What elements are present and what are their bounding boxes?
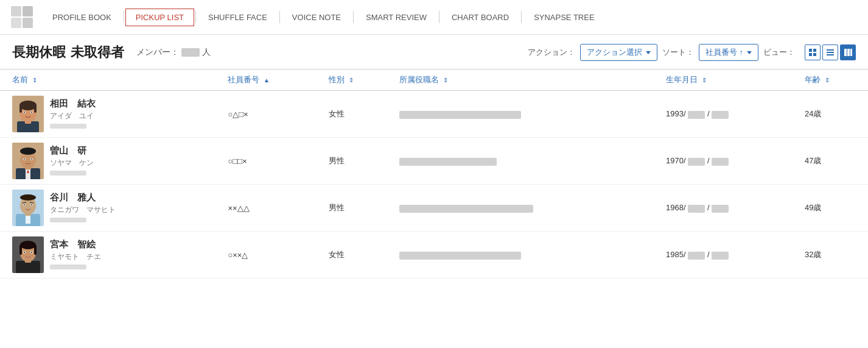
svg-point-18 [19,101,37,110]
person-cell-0: 相田 結衣 アイダ ユイ [12,96,213,132]
cell-empid-2: ××△△ [220,185,321,232]
position-blur-0 [399,111,521,119]
birthdate-day-blur-3 [712,252,729,260]
avatar-0 [12,96,44,132]
nav-item-shuffle-face[interactable]: SHUFFLE FACE [197,8,278,27]
nav-item-voice-note[interactable]: VOICE NOTE [281,8,352,27]
view-label: ビュー： [763,47,795,58]
avatar-1 [12,143,44,179]
person-name-jp-1: 曽山 研 [50,145,94,157]
svg-rect-10 [827,54,834,55]
table-header-row: 名前 ⇕ 社員番号 ▲ 性別 ⇕ 所属役職名 ⇕ 生年月日 ⇕ 年齢 ⇕ [0,69,868,91]
svg-rect-54 [34,245,37,255]
col-age[interactable]: 年齢 ⇕ [797,69,868,91]
position-blur-2 [399,205,533,213]
view-detail-icon[interactable] [840,44,856,60]
col-position[interactable]: 所属役職名 ⇕ [392,69,659,91]
svg-point-34 [24,158,25,160]
birthdate-month-blur-2 [688,205,705,213]
page-header: 長期休暇 未取得者 メンバー： 人 アクション： アクション選択 ソート： 社員… [0,35,868,66]
view-group: ビュー： [763,44,856,60]
avatar-2 [12,190,44,226]
nav-sep-1 [124,11,124,23]
member-label: メンバー： 人 [136,47,211,58]
svg-rect-53 [19,245,22,255]
svg-point-41 [20,194,36,201]
nav-item-chart-board[interactable]: CHART BOARD [441,8,520,27]
action-dropdown-arrow [646,51,651,54]
cell-name-1: 曽山 研 ソヤマ ケン [0,138,220,185]
sort-gender-icon: ⇕ [349,77,354,83]
cell-empid-1: ○□□× [220,138,321,185]
cell-birthdate-3: 1985/ / [659,232,797,279]
person-tag-3 [50,265,86,269]
sort-label: ソート： [662,47,694,58]
action-label: アクション： [528,47,575,58]
person-info-2: 谷川 雅人 タニガワ マサヒト [50,192,116,224]
page-title-sub: 未取得者 [71,43,124,62]
nav-sep-2 [195,11,196,23]
person-name-jp-2: 谷川 雅人 [50,192,116,204]
svg-rect-8 [827,49,834,51]
nav-item-smart-review[interactable]: SMART REVIEW [355,8,438,27]
cell-position-2 [392,185,659,232]
svg-rect-20 [34,105,37,113]
nav-item-synapse-tree[interactable]: SYNAPSE TREE [523,8,605,27]
cell-empid-0: ○△□× [220,91,321,138]
svg-point-35 [31,158,32,160]
svg-point-44 [24,204,25,205]
svg-rect-11 [844,49,847,56]
view-list-icon[interactable] [822,44,838,60]
sort-dropdown-arrow [747,51,752,54]
table-row: 宮本 智絵 ミヤモト チエ ○××△女性1985/ / 32歳 [0,232,868,279]
cell-gender-1: 男性 [321,138,392,185]
sort-birthdate-icon: ⇕ [702,77,707,83]
cell-birthdate-2: 1968/ / [659,185,797,232]
sort-age-icon: ⇕ [825,77,830,83]
sort-name-icon: ⇕ [32,77,37,83]
nav-item-profile-book[interactable]: PROFILE BOOK [41,8,122,27]
position-blur-3 [399,252,521,260]
action-select[interactable]: アクション選択 [580,44,657,61]
nav-item-pickup-list[interactable]: PICKUP LIST [125,9,194,26]
cell-age-2: 49歳 [797,185,868,232]
person-cell-2: 谷川 雅人 タニガワ マサヒト [12,190,213,226]
avatar-3 [12,236,44,273]
cell-position-0 [392,91,659,138]
table-row: 相田 結衣 アイダ ユイ ○△□×女性1993/ / 24歳 [0,91,868,138]
svg-point-45 [31,204,32,205]
svg-point-52 [20,241,36,249]
person-info-0: 相田 結衣 アイダ ユイ [50,98,96,130]
cell-gender-0: 女性 [321,91,392,138]
col-name[interactable]: 名前 ⇕ [0,69,220,91]
table-row: 谷川 雅人 タニガワ マサヒト ××△△男性1968/ / 49歳 [0,185,868,232]
svg-point-23 [24,112,25,113]
nav-items: PROFILE BOOK PICKUP LIST SHUFFLE FACE VO… [41,8,606,27]
cell-name-3: 宮本 智絵 ミヤモト チエ [0,232,220,279]
person-tag-2 [50,218,86,222]
person-name-jp-3: 宮本 智絵 [50,239,101,250]
cell-age-0: 24歳 [797,91,868,138]
sort-empid-icon: ▲ [264,77,270,83]
svg-rect-13 [850,49,852,56]
cell-name-2: 谷川 雅人 タニガワ マサヒト [0,185,220,232]
col-employee-id[interactable]: 社員番号 ▲ [220,69,321,91]
birthdate-month-blur-0 [688,111,705,119]
cell-position-3 [392,232,659,279]
col-birthdate[interactable]: 生年月日 ⇕ [659,69,797,91]
svg-rect-9 [827,52,834,53]
col-gender[interactable]: 性別 ⇕ [321,69,392,91]
cell-name-0: 相田 結衣 アイダ ユイ [0,91,220,138]
position-blur-1 [399,158,497,166]
svg-point-58 [31,252,32,254]
svg-rect-3 [23,18,33,28]
view-grid-icon[interactable] [805,44,821,60]
person-name-kana-0: アイダ ユイ [50,111,96,121]
svg-point-57 [24,252,25,254]
cell-gender-2: 男性 [321,185,392,232]
sort-group: ソート： 社員番号 ↑ [662,44,758,61]
person-tag-1 [50,171,86,176]
nav-sep-5 [439,11,439,23]
sort-select[interactable]: 社員番号 ↑ [699,44,758,61]
svg-rect-4 [809,49,812,52]
